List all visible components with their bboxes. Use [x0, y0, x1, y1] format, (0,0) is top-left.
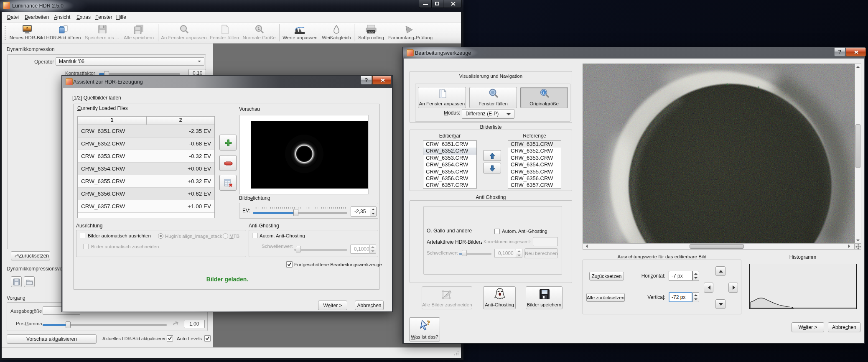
svg-text:?: ? [427, 319, 430, 326]
svg-text:1: 1 [257, 26, 260, 31]
svg-text:READY: READY [368, 31, 374, 33]
